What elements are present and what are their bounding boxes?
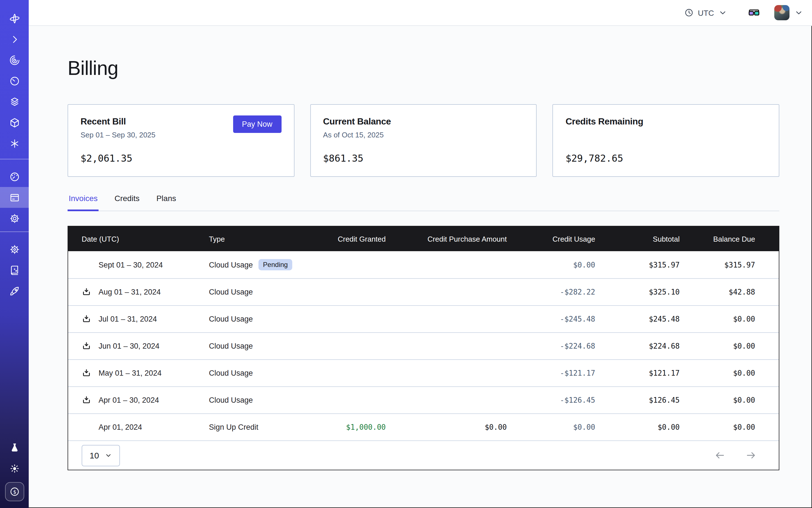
sidebar-divider (0, 231, 29, 232)
book-sparkle-icon (9, 264, 20, 276)
sidebar-item-docs[interactable] (0, 260, 29, 281)
3d-glasses-icon (748, 6, 760, 19)
tab-credits[interactable]: Credits (114, 194, 141, 211)
column-header: Credit Granted (293, 235, 399, 243)
timezone-label: UTC (698, 8, 714, 17)
gauge-icon (9, 171, 20, 182)
download-invoice-button[interactable] (82, 287, 91, 297)
invoice-date-cell: Apr 01 – 30, 2024 (68, 395, 209, 405)
table-row: Apr 01 – 30, 2024 Cloud Usage -$126.45 $… (68, 386, 779, 413)
invoice-date: Jun 01 – 30, 2024 (98, 342, 159, 350)
download-invoice-button[interactable] (82, 314, 91, 324)
page-size-value: 10 (90, 451, 99, 460)
sidebar-item-settings[interactable] (0, 208, 29, 229)
table-row: Apr 01, 2024 Sign Up Credit $1,000.00 $0… (68, 413, 779, 440)
helm-icon (9, 244, 20, 255)
table-header-row: Date (UTC)TypeCredit GrantedCredit Purch… (68, 226, 779, 251)
spiral-eye-icon (9, 54, 20, 66)
invoice-date: Sept 01 – 30, 2024 (98, 260, 163, 269)
download-invoice-button[interactable] (82, 395, 91, 405)
sidebar-item-labs[interactable] (0, 437, 29, 458)
arrow-right-icon[interactable] (745, 450, 756, 461)
credit-granted-value: $1,000.00 (293, 423, 399, 431)
credit-usage-value: -$126.45 (520, 396, 609, 405)
orbit-logo-icon[interactable] (0, 8, 29, 29)
invoice-type-cell: Sign Up Credit (209, 423, 293, 431)
expand-sidebar-button[interactable] (0, 29, 29, 50)
table-row: May 01 – 31, 2024 Cloud Usage -$121.17 $… (68, 359, 779, 386)
balance-due-value: $315.97 (693, 260, 779, 269)
card-subtitle: As of Oct 15, 2025 (323, 131, 524, 139)
sidebar-item-datasets[interactable] (0, 91, 29, 112)
chevron-down-icon (794, 8, 804, 17)
sidebar-item-support[interactable] (0, 239, 29, 260)
download-icon (82, 314, 91, 324)
credit-usage-value: $0.00 (520, 423, 609, 431)
dollar-badge-icon: $ (9, 486, 20, 497)
timer-icon (9, 75, 20, 86)
download-invoice-button[interactable] (82, 368, 91, 378)
credit-usage-value: -$282.22 (520, 288, 609, 296)
pagination-arrows (715, 450, 756, 461)
invoice-date: Apr 01 – 30, 2024 (98, 396, 159, 405)
recent-bill-amount: $2,061.35 (81, 153, 132, 164)
subtotal-value: $121.17 (609, 369, 693, 377)
invoice-date: Aug 01 – 31, 2024 (98, 288, 161, 296)
page-size-select[interactable]: 10 (82, 444, 120, 466)
timezone-selector[interactable]: UTC (684, 8, 728, 17)
sidebar-divider (0, 159, 29, 159)
sidebar-item-billing[interactable] (0, 187, 29, 208)
invoice-type-cell: Cloud Usage (209, 288, 293, 296)
download-icon (82, 368, 91, 378)
sidebar-bottom-group: $ (0, 437, 29, 508)
download-icon (82, 395, 91, 405)
invoice-type-cell: Cloud Usage (209, 369, 293, 377)
table-pagination: 10 (68, 440, 779, 470)
subtotal-value: $224.68 (609, 342, 693, 350)
download-invoice-button[interactable] (82, 260, 91, 269)
flask-icon (9, 442, 20, 453)
invoice-type-cell: Cloud Usage (209, 342, 293, 350)
profile-menu-button[interactable] (794, 8, 804, 17)
subtotal-value: $315.97 (609, 260, 693, 269)
table-body: Sept 01 – 30, 2024 Cloud Usage Pending $… (68, 251, 779, 440)
svg-text:$: $ (13, 489, 16, 495)
balance-due-value: $42.88 (693, 288, 779, 296)
sidebar-item-monitors[interactable] (0, 71, 29, 91)
balance-due-value: $0.00 (693, 423, 779, 431)
invoices-table: Date (UTC)TypeCredit GrantedCredit Purch… (68, 226, 779, 470)
invoice-type: Sign Up Credit (209, 423, 258, 431)
subtotal-value: $126.45 (609, 396, 693, 405)
sidebar-item-streams[interactable] (0, 50, 29, 71)
invoice-date: May 01 – 31, 2024 (98, 369, 162, 377)
theater-mode-button[interactable] (748, 6, 760, 19)
invoice-date: Jul 01 – 31, 2024 (98, 315, 157, 323)
arrow-left-icon[interactable] (715, 450, 725, 461)
invoice-type: Cloud Usage (209, 315, 253, 323)
sidebar-item-getting-started[interactable] (0, 281, 29, 301)
subtotal-value: $245.48 (609, 315, 693, 323)
credits-badge-button[interactable]: $ (5, 482, 24, 501)
theme-toggle-button[interactable] (0, 458, 29, 479)
column-header: Date (UTC) (68, 235, 209, 243)
tab-plans[interactable]: Plans (155, 194, 177, 211)
download-icon (82, 341, 91, 351)
asterisk-icon (9, 138, 20, 149)
sidebar-item-usage[interactable] (0, 166, 29, 187)
chevron-down-icon (718, 8, 728, 17)
pay-now-button[interactable]: Pay Now (233, 116, 281, 133)
tab-invoices[interactable]: Invoices (68, 194, 99, 211)
sidebar-item-integrations[interactable] (0, 133, 29, 154)
invoice-type-cell: Cloud Usage (209, 396, 293, 405)
invoice-type: Cloud Usage (209, 369, 253, 377)
invoice-date-cell: Jul 01 – 31, 2024 (68, 314, 209, 324)
current-balance-amount: $861.35 (323, 153, 363, 164)
card-title: Credits Remaining (566, 117, 766, 127)
credit-usage-value: -$245.48 (520, 315, 609, 323)
user-avatar[interactable] (774, 5, 789, 20)
download-invoice-button[interactable] (82, 341, 91, 351)
download-invoice-button[interactable] (82, 422, 91, 432)
invoice-type: Cloud Usage (209, 396, 253, 405)
column-header: Balance Due (693, 235, 779, 243)
sidebar-item-packages[interactable] (0, 112, 29, 133)
